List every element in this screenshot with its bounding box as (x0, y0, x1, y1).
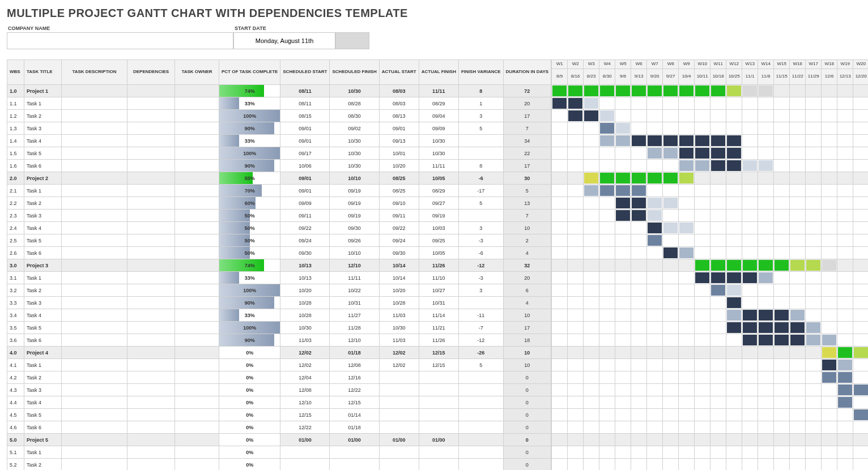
cell-sfinish[interactable]: 10/30 (330, 147, 379, 160)
cell-sstart[interactable]: 10/20 (280, 284, 330, 297)
cell-dur[interactable]: 20 (503, 272, 551, 284)
cell-desc[interactable] (62, 222, 127, 234)
project-row[interactable]: 1.0Project 174%08/1110/3008/0311/11872 (7, 85, 551, 97)
cell-dur[interactable]: 7 (503, 122, 551, 135)
cell-sstart[interactable]: 12/04 (280, 371, 330, 384)
cell-dep[interactable] (127, 459, 175, 471)
project-row[interactable]: 5.0Project 50%01/0001/0001/0001/000 (7, 434, 551, 446)
cell-dep[interactable] (127, 347, 175, 359)
cell-desc[interactable] (62, 135, 127, 147)
cell-astart[interactable] (379, 371, 419, 384)
cell-wbs[interactable]: 3.3 (7, 297, 24, 309)
task-row[interactable]: 1.3Task 390%09/0109/0209/0109/0957 (7, 122, 551, 135)
cell-var[interactable]: -12 (458, 259, 503, 272)
cell-afinish[interactable]: 10/03 (419, 222, 458, 234)
cell-astart[interactable]: 08/03 (379, 85, 419, 97)
cell-var[interactable] (458, 135, 503, 147)
cell-sfinish[interactable]: 10/30 (330, 160, 379, 172)
cell-dur[interactable]: 10 (503, 222, 551, 234)
task-row[interactable]: 2.3Task 350%09/1109/1909/1109/197 (7, 210, 551, 222)
cell-afinish[interactable]: 11/21 (419, 322, 458, 334)
cell-dep[interactable] (127, 446, 175, 459)
cell-sstart[interactable]: 12/08 (280, 384, 330, 396)
cell-var[interactable]: 3 (458, 222, 503, 234)
cell-wbs[interactable]: 5.1 (7, 446, 24, 459)
col-wbs[interactable]: WBS (7, 60, 24, 85)
cell-pct[interactable]: 0% (219, 459, 280, 471)
cell-sstart[interactable]: 09/01 (280, 172, 330, 185)
cell-pct[interactable]: 33% (219, 272, 280, 284)
cell-dur[interactable]: 13 (503, 197, 551, 210)
cell-desc[interactable] (62, 396, 127, 409)
cell-dur[interactable]: 0 (503, 434, 551, 446)
cell-pct[interactable]: 0% (219, 446, 280, 459)
cell-title[interactable]: Task 1 (24, 446, 62, 459)
cell-title[interactable]: Task 3 (24, 122, 62, 135)
cell-afinish[interactable] (419, 459, 458, 471)
cell-dep[interactable] (127, 259, 175, 272)
cell-own[interactable] (175, 297, 219, 309)
task-row[interactable]: 2.2Task 260%09/0909/1909/1009/27513 (7, 197, 551, 210)
cell-sfinish[interactable]: 01/00 (330, 434, 379, 446)
cell-wbs[interactable]: 3.1 (7, 272, 24, 284)
cell-var[interactable]: -26 (458, 347, 503, 359)
cell-own[interactable] (175, 210, 219, 222)
cell-own[interactable] (175, 85, 219, 97)
cell-desc[interactable] (62, 322, 127, 334)
cell-sfinish[interactable]: 10/30 (330, 135, 379, 147)
cell-sstart[interactable]: 10/06 (280, 160, 330, 172)
cell-title[interactable]: Project 2 (24, 172, 62, 185)
cell-sfinish[interactable]: 09/19 (330, 197, 379, 210)
cell-dur[interactable]: 18 (503, 334, 551, 347)
cell-wbs[interactable]: 4.0 (7, 347, 24, 359)
cell-desc[interactable] (62, 334, 127, 347)
cell-desc[interactable] (62, 172, 127, 185)
cell-title[interactable]: Task 5 (24, 322, 62, 334)
cell-wbs[interactable]: 5.0 (7, 434, 24, 446)
cell-dur[interactable]: 34 (503, 135, 551, 147)
cell-pct[interactable]: 0% (219, 384, 280, 396)
cell-desc[interactable] (62, 359, 127, 371)
cell-desc[interactable] (62, 421, 127, 434)
cell-astart[interactable] (379, 446, 419, 459)
cell-dep[interactable] (127, 322, 175, 334)
cell-title[interactable]: Task 1 (24, 359, 62, 371)
cell-afinish[interactable] (419, 446, 458, 459)
cell-title[interactable]: Task 3 (24, 384, 62, 396)
task-row[interactable]: 3.6Task 690%11/0312/1011/0311/26-1218 (7, 334, 551, 347)
cell-title[interactable]: Task 5 (24, 409, 62, 421)
cell-astart[interactable]: 11/03 (379, 334, 419, 347)
cell-dur[interactable]: 10 (503, 309, 551, 322)
cell-dur[interactable]: 0 (503, 446, 551, 459)
cell-desc[interactable] (62, 247, 127, 259)
cell-wbs[interactable]: 2.6 (7, 247, 24, 259)
cell-var[interactable]: 8 (458, 85, 503, 97)
cell-afinish[interactable] (419, 371, 458, 384)
cell-afinish[interactable]: 10/31 (419, 297, 458, 309)
cell-dur[interactable]: 0 (503, 384, 551, 396)
cell-afinish[interactable]: 11/26 (419, 259, 458, 272)
cell-astart[interactable]: 09/22 (379, 222, 419, 234)
cell-desc[interactable] (62, 234, 127, 247)
cell-dep[interactable] (127, 122, 175, 135)
cell-pct[interactable]: 0% (219, 347, 280, 359)
cell-astart[interactable]: 08/25 (379, 172, 419, 185)
cell-dep[interactable] (127, 409, 175, 421)
cell-wbs[interactable]: 4.5 (7, 409, 24, 421)
cell-sfinish[interactable]: 09/19 (330, 185, 379, 197)
cell-afinish[interactable]: 09/25 (419, 234, 458, 247)
cell-title[interactable]: Task 5 (24, 234, 62, 247)
task-row[interactable]: 4.1Task 10%12/0212/0812/0212/15510 (7, 359, 551, 371)
cell-desc[interactable] (62, 309, 127, 322)
cell-afinish[interactable]: 09/09 (419, 122, 458, 135)
cell-dur[interactable]: 0 (503, 371, 551, 384)
cell-afinish[interactable]: 12/15 (419, 347, 458, 359)
col-dur[interactable]: DURATION IN DAYS (503, 60, 551, 85)
cell-sfinish[interactable]: 10/10 (330, 172, 379, 185)
cell-wbs[interactable]: 4.2 (7, 371, 24, 384)
cell-own[interactable] (175, 334, 219, 347)
task-row[interactable]: 2.6Task 650%09/3010/1009/3010/05-64 (7, 247, 551, 259)
cell-sfinish[interactable]: 12/16 (330, 371, 379, 384)
cell-var[interactable] (458, 210, 503, 222)
cell-dep[interactable] (127, 247, 175, 259)
